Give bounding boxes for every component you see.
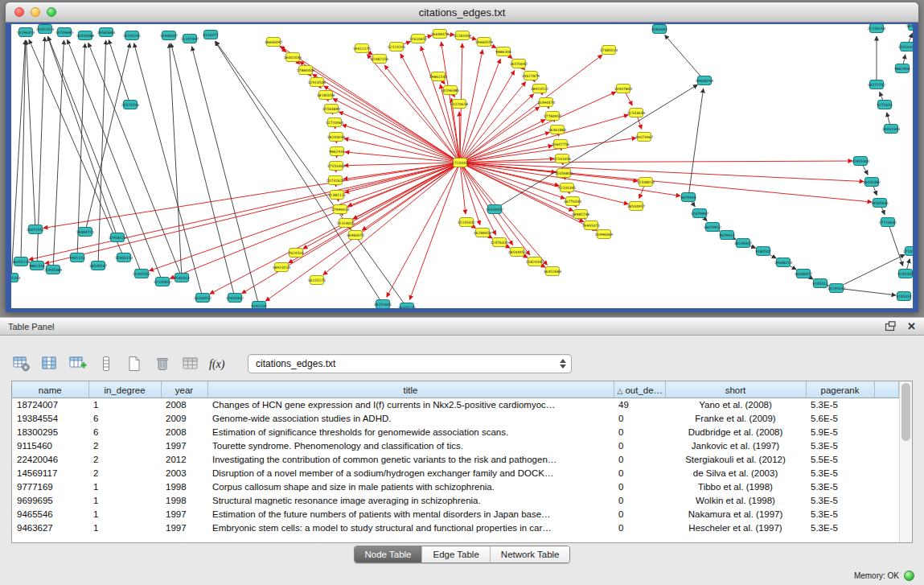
graph-node[interactable]: 16679912 xyxy=(704,223,722,232)
table-mode-icon[interactable] xyxy=(11,353,32,374)
graph-node[interactable]: 10946007 xyxy=(160,31,179,40)
graph-node[interactable]: 12610651 xyxy=(409,35,428,43)
graph-node[interactable]: 19955471 xyxy=(582,221,601,230)
graph-node[interactable]: 9886306 xyxy=(495,47,511,56)
delete-table-icon[interactable] xyxy=(152,353,173,374)
graph-node[interactable]: 20573706 xyxy=(121,101,140,109)
graph-node[interactable]: 19565631 xyxy=(871,199,889,208)
graph-node[interactable]: 18544952 xyxy=(508,248,527,257)
graph-node[interactable]: 12958120 xyxy=(109,233,127,242)
table-scrollbar[interactable] xyxy=(899,381,912,542)
float-panel-icon[interactable] xyxy=(885,321,896,332)
graph-node[interactable]: 15564894 xyxy=(322,105,341,113)
graph-node[interactable]: 8126072 xyxy=(203,31,219,39)
import-table-icon[interactable] xyxy=(180,353,201,374)
graph-node[interactable]: 19534452 xyxy=(486,205,504,214)
graph-node[interactable]: 10394474 xyxy=(537,98,556,107)
column-header-out_de[interactable]: △out_de… xyxy=(614,382,665,398)
graph-node[interactable]: 10907803 xyxy=(614,84,633,93)
graph-node[interactable]: 12224205 xyxy=(388,43,406,51)
graph-node[interactable]: 15824347 xyxy=(526,257,544,266)
graph-node[interactable]: 19412175 xyxy=(353,44,372,53)
graph-node[interactable]: 18185058 xyxy=(317,91,335,100)
graph-node[interactable]: 1724045 xyxy=(452,159,468,167)
graph-node[interactable]: 14709685 xyxy=(55,28,74,37)
graph-node[interactable]: 10590088 xyxy=(76,31,95,40)
table-row[interactable]: 1872400712008Changes of HCN gene express… xyxy=(12,398,899,413)
graph-node[interactable]: 10196313 xyxy=(17,28,35,37)
graph-node[interactable]: 12161656 xyxy=(553,154,572,163)
graph-node[interactable]: 18509537 xyxy=(89,262,108,270)
tab-node-table[interactable]: Node Table xyxy=(355,546,422,562)
graph-node[interactable]: 12720064 xyxy=(326,118,344,127)
graph-node[interactable]: 12620302 xyxy=(226,294,244,303)
graph-node[interactable]: 18985738 xyxy=(572,210,590,219)
column-header-pagerank[interactable]: pagerank xyxy=(806,382,874,398)
graph-node[interactable]: 15955304 xyxy=(852,157,870,166)
graph-node[interactable]: 9862934 xyxy=(329,147,345,156)
graph-node[interactable]: 21905389 xyxy=(44,266,63,274)
graph-node[interactable]: 19861545 xyxy=(429,72,448,81)
graph-node[interactable]: 16046427 xyxy=(795,270,813,278)
graph-node[interactable]: 19252651 xyxy=(374,300,392,309)
table-row[interactable]: 1938455462009Genome-wide association stu… xyxy=(12,412,899,426)
network-canvas[interactable]: 1724045186060971600203617884408129145061… xyxy=(11,24,913,308)
graph-node[interactable]: 8679919 xyxy=(680,193,696,202)
graph-node[interactable]: 16035482 xyxy=(863,178,881,187)
table-row[interactable]: 977716911998Corpus callosum shape and si… xyxy=(12,480,899,494)
graph-node[interactable]: 12914506 xyxy=(308,78,326,87)
graph-node[interactable]: 18923512 xyxy=(531,84,549,93)
tab-edge-table[interactable]: Edge Table xyxy=(421,546,489,562)
graph-node[interactable]: 11543639 xyxy=(627,109,646,117)
graph-node[interactable]: 9245052 xyxy=(896,292,912,301)
window-titlebar[interactable]: citations_edges.txt xyxy=(6,2,918,23)
graph-node[interactable]: 9184502 xyxy=(755,247,771,256)
graph-node[interactable]: 13220618 xyxy=(450,100,469,109)
graph-node[interactable]: 5905153 xyxy=(69,253,85,262)
column-header-title[interactable]: title xyxy=(207,382,614,398)
graph-node[interactable]: 10196385 xyxy=(441,86,460,95)
show-columns-icon[interactable] xyxy=(39,353,60,374)
graph-node[interactable]: 16002036 xyxy=(284,53,302,62)
graph-node[interactable]: 9245042 xyxy=(897,270,913,278)
graph-node[interactable]: 18272742 xyxy=(868,80,886,89)
graph-node[interactable]: 14432343 xyxy=(882,125,901,134)
graph-node[interactable]: 12105852 xyxy=(154,278,172,286)
graph-node[interactable]: 16055175 xyxy=(398,303,417,309)
graph-node[interactable]: 15905153 xyxy=(115,253,133,262)
table-row[interactable]: 946554611997Estimation of the future num… xyxy=(12,508,899,521)
graph-node[interactable]: 17784957 xyxy=(544,112,562,121)
column-header-short[interactable]: short xyxy=(665,382,806,398)
graph-node[interactable]: 15056802 xyxy=(555,169,573,178)
graph-node[interactable]: 10996069 xyxy=(595,230,614,239)
graph-node[interactable]: 16570042 xyxy=(510,60,528,68)
graph-node[interactable]: 21156254 xyxy=(868,24,886,33)
graph-node[interactable]: 18430802 xyxy=(906,24,913,31)
graph-node[interactable]: 20452313 xyxy=(36,25,55,34)
graph-node[interactable]: 19565683 xyxy=(97,28,116,37)
graph-node[interactable]: 19660559 xyxy=(475,38,494,47)
graph-node[interactable]: 14245032 xyxy=(827,284,846,293)
create-column-icon[interactable] xyxy=(68,353,88,374)
graph-node[interactable]: 9540313 xyxy=(174,274,190,282)
graph-node[interactable]: 19648213 xyxy=(774,258,793,267)
graph-node[interactable]: 15145432 xyxy=(458,218,476,227)
column-header-name[interactable]: name xyxy=(12,382,88,398)
graph-node[interactable]: 17103554 xyxy=(903,247,913,256)
graph-node[interactable]: 11381111 xyxy=(328,191,347,200)
graph-node[interactable]: 11283309 xyxy=(454,31,472,40)
graph-node[interactable]: 16155275 xyxy=(308,276,326,285)
graph-node[interactable]: 16770334 xyxy=(564,197,582,206)
graph-node[interactable]: 19484721 xyxy=(76,228,95,237)
graph-node[interactable]: 18923514 xyxy=(273,263,291,272)
scrollbar-thumb[interactable] xyxy=(901,383,910,441)
graph-node[interactable]: 16648374 xyxy=(431,30,450,39)
graph-node[interactable]: 16288458 xyxy=(474,229,492,237)
graph-node[interactable]: 9679914 xyxy=(719,231,735,240)
graph-node[interactable]: 9275654 xyxy=(877,101,893,109)
close-window-button[interactable] xyxy=(14,7,24,17)
graph-node[interactable]: 7624504 xyxy=(288,249,304,257)
graph-node[interactable]: 12679907 xyxy=(691,209,709,218)
graph-node[interactable]: 9295105 xyxy=(251,302,267,309)
graph-node[interactable]: 16055103 xyxy=(11,274,20,282)
